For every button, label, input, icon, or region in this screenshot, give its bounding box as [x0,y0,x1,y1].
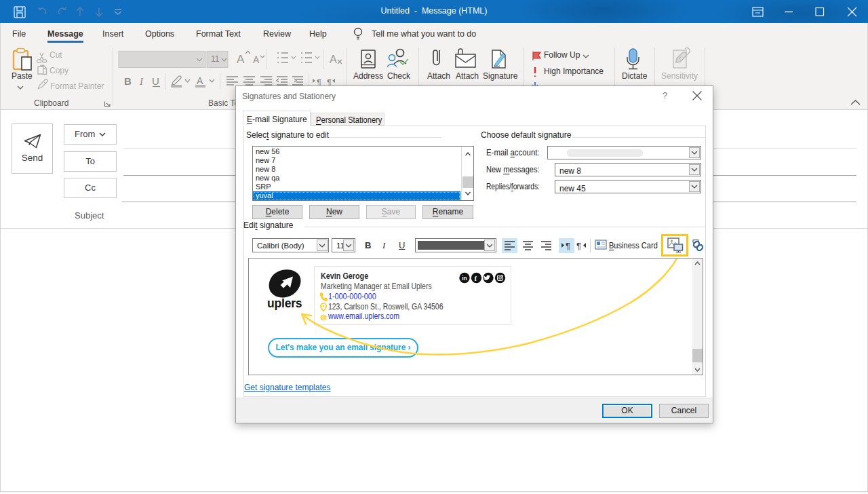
svg-text:11: 11 [211,54,220,64]
svg-text:U: U [152,75,159,87]
svg-text:in: in [462,275,467,282]
svg-text:A: A [197,75,203,86]
svg-text:I: I [139,76,144,87]
svg-text:A: A [253,54,260,65]
svg-text:¶: ¶ [576,241,581,251]
svg-text:A: A [330,54,337,65]
svg-text:¶: ¶ [566,241,570,251]
svg-text:A: A [237,53,245,66]
svg-text:uplers: uplers [267,297,302,310]
svg-text:f: f [475,275,477,282]
svg-text:B: B [124,75,132,87]
